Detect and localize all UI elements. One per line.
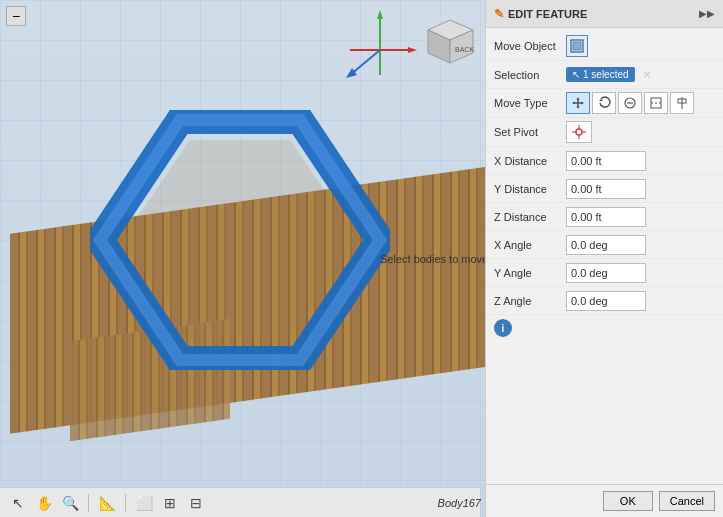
svg-marker-20 (581, 102, 584, 105)
measure-icon[interactable]: 📐 (97, 493, 117, 513)
toolbar-sep-2 (125, 494, 126, 512)
svg-point-28 (576, 129, 582, 135)
panel-title: ✎ EDIT FEATURE (494, 7, 587, 21)
toolbar-sep-1 (88, 494, 89, 512)
z-angle-row: Z Angle (486, 287, 723, 315)
move-scale-button[interactable] (618, 92, 642, 114)
display-icon[interactable]: ⊟ (186, 493, 206, 513)
snap-icon (649, 96, 663, 110)
move-type-label: Move Type (494, 97, 566, 109)
z-distance-input[interactable] (566, 207, 646, 227)
svg-marker-4 (377, 10, 383, 19)
move-type-buttons (566, 92, 694, 114)
nav-cube-svg: BACK (418, 5, 483, 70)
move-type-content (566, 92, 715, 114)
x-distance-label: X Distance (494, 155, 566, 167)
set-pivot-label: Set Pivot (494, 126, 566, 138)
move-rotate-button[interactable] (592, 92, 616, 114)
pivot-icon (571, 124, 587, 140)
axis-arrows-svg (340, 5, 420, 85)
svg-marker-21 (599, 99, 603, 101)
move-object-label: Move Object (494, 40, 566, 52)
hex-frame (90, 110, 390, 370)
selection-count: 1 selected (583, 69, 629, 80)
svg-marker-19 (572, 102, 575, 105)
move-object-icon (570, 39, 584, 53)
rotate-icon (597, 96, 611, 110)
align-icon (675, 96, 689, 110)
grid-icon[interactable]: ⊞ (160, 493, 180, 513)
right-panel: ✎ EDIT FEATURE ▶▶ Move Object Selection (485, 0, 723, 517)
bottom-toolbar: ↖ ✋ 🔍 📐 ⬜ ⊞ ⊟ (0, 487, 480, 517)
y-distance-label: Y Distance (494, 183, 566, 195)
move-tool-icon[interactable]: ↖ (8, 493, 28, 513)
body-label: Body167 (438, 497, 481, 509)
viewport-minus-button[interactable]: − (6, 6, 26, 26)
scene-objects (30, 60, 490, 480)
y-distance-row: Y Distance (486, 175, 723, 203)
selection-clear-button[interactable]: ✕ (642, 68, 652, 82)
move-type-row: Move Type (486, 89, 723, 118)
move-snap-button[interactable] (644, 92, 668, 114)
x-angle-label: X Angle (494, 239, 566, 251)
z-angle-input[interactable] (566, 291, 646, 311)
nav-cube[interactable]: BACK (418, 5, 483, 70)
svg-line-7 (350, 50, 380, 75)
x-angle-content (566, 235, 715, 255)
z-distance-content (566, 207, 715, 227)
y-angle-content (566, 263, 715, 283)
move-translate-button[interactable] (566, 92, 590, 114)
move-object-row: Move Object (486, 32, 723, 61)
zoom-tool-icon[interactable]: 🔍 (60, 493, 80, 513)
cancel-button[interactable]: Cancel (659, 491, 715, 511)
selection-cursor-icon: ↖ (572, 69, 580, 80)
x-distance-row: X Distance (486, 147, 723, 175)
z-distance-row: Z Distance (486, 203, 723, 231)
y-angle-label: Y Angle (494, 267, 566, 279)
panel-body: Move Object Selection ↖ 1 selected ✕ (486, 28, 723, 484)
info-row: i (486, 315, 723, 341)
edit-icon: ✎ (494, 7, 504, 21)
panel-title-text: EDIT FEATURE (508, 8, 587, 20)
svg-text:BACK: BACK (455, 46, 474, 53)
selection-row: Selection ↖ 1 selected ✕ (486, 61, 723, 89)
y-distance-content (566, 179, 715, 199)
y-distance-input[interactable] (566, 179, 646, 199)
svg-marker-6 (408, 47, 417, 53)
axis-arrows (340, 5, 420, 85)
z-angle-content (566, 291, 715, 311)
svg-rect-14 (573, 42, 581, 50)
z-angle-label: Z Angle (494, 295, 566, 307)
scale-icon (623, 96, 637, 110)
x-angle-row: X Angle (486, 231, 723, 259)
svg-marker-18 (577, 106, 580, 109)
y-angle-input[interactable] (566, 263, 646, 283)
z-distance-label: Z Distance (494, 211, 566, 223)
panel-footer: OK Cancel (486, 484, 723, 517)
selection-label: Selection (494, 69, 566, 81)
svg-marker-17 (577, 97, 580, 100)
info-icon: i (494, 319, 512, 337)
move-object-button[interactable] (566, 35, 588, 57)
selection-content: ↖ 1 selected ✕ (566, 67, 715, 82)
x-distance-input[interactable] (566, 151, 646, 171)
set-pivot-button[interactable] (566, 121, 592, 143)
move-object-content (566, 35, 715, 57)
panel-header: ✎ EDIT FEATURE ▶▶ (486, 0, 723, 28)
pan-tool-icon[interactable]: ✋ (34, 493, 54, 513)
set-pivot-row: Set Pivot (486, 118, 723, 147)
translate-icon (571, 96, 585, 110)
panel-collapse-button[interactable]: ▶▶ (699, 8, 715, 19)
ok-button[interactable]: OK (603, 491, 653, 511)
hex-svg (90, 110, 390, 370)
selection-badge[interactable]: ↖ 1 selected (566, 67, 635, 82)
view-cube-icon[interactable]: ⬜ (134, 493, 154, 513)
set-pivot-content (566, 121, 715, 143)
x-distance-content (566, 151, 715, 171)
y-angle-row: Y Angle (486, 259, 723, 287)
move-align-button[interactable] (670, 92, 694, 114)
x-angle-input[interactable] (566, 235, 646, 255)
